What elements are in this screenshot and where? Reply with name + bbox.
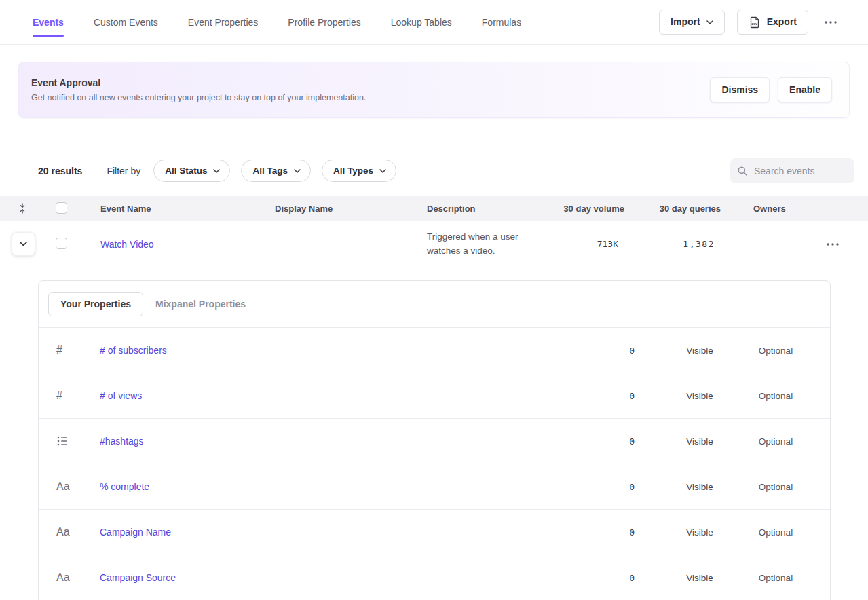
more-horizontal-icon [825, 21, 837, 24]
search-icon [737, 166, 748, 176]
property-type-icon: Aa [39, 481, 100, 493]
more-horizontal-icon [827, 243, 839, 246]
property-count: 0 [580, 527, 662, 538]
property-row: Aa Campaign Source 0 Visible Optional [39, 555, 830, 600]
filter-dropdown-label: All Types [333, 166, 373, 176]
event-queries: 1,382 [624, 239, 721, 249]
chevron-down-icon [706, 20, 713, 24]
nav-tab[interactable]: Events [33, 13, 64, 32]
nav-tab-label: Lookup Tables [391, 17, 452, 28]
import-button-label: Import [671, 16, 700, 28]
more-options-button[interactable] [820, 17, 841, 28]
collapse-all-icon [18, 203, 27, 214]
nav-tab[interactable]: Lookup Tables [391, 13, 452, 32]
banner-actions: Dismiss Enable [710, 77, 832, 102]
column-header-description[interactable]: Description [427, 204, 556, 214]
nav-tab[interactable]: Formulas [482, 13, 521, 32]
event-row[interactable]: Watch Video Triggered when a user watche… [0, 221, 868, 267]
dismiss-button[interactable]: Dismiss [710, 77, 770, 102]
properties-panel: Your Properties Mixpanel Properties # [38, 280, 831, 600]
property-type-icon: Aa [39, 526, 100, 538]
property-row: #hashtags 0 Visible Optional [39, 419, 830, 464]
search-box[interactable] [730, 158, 854, 183]
property-requirement: Optional [738, 345, 814, 356]
export-button[interactable]: csv Export [737, 10, 808, 34]
property-visibility: Visible [662, 345, 738, 356]
event-approval-banner: Event Approval Get notified on all new e… [18, 62, 850, 118]
svg-text:csv: csv [751, 22, 757, 26]
column-header-volume[interactable]: 30 day volume [556, 204, 624, 214]
collapse-all-button[interactable] [16, 202, 29, 215]
event-volume: 713K [556, 239, 624, 249]
property-type-icon: # [39, 344, 100, 356]
chevron-down-icon [213, 169, 220, 173]
list-icon [56, 435, 69, 447]
import-button[interactable]: Import [659, 10, 725, 34]
chevron-down-icon [294, 169, 301, 173]
filter-by-label: Filter by [107, 166, 140, 176]
nav-tab[interactable]: Custom Events [94, 13, 158, 32]
filter-dropdown-label: All Status [165, 166, 207, 176]
column-header-queries[interactable]: 30 day queries [624, 204, 721, 214]
property-name-link[interactable]: # of subscribers [100, 345, 167, 356]
property-name-link[interactable]: #hashtags [100, 436, 144, 447]
filter-dropdown-label: All Tags [252, 166, 288, 176]
property-type-icon: # [39, 390, 100, 402]
nav-tab[interactable]: Profile Properties [288, 13, 360, 32]
banner-text: Event Approval Get notified on all new e… [31, 77, 366, 102]
nav-tabs: Events Custom Events Event Properties Pr… [33, 13, 521, 32]
collapse-row-button[interactable] [12, 232, 35, 256]
filter-dropdown[interactable]: All Types [322, 160, 396, 182]
nav-tab[interactable]: Event Properties [188, 13, 259, 32]
properties-tab[interactable]: Mixpanel Properties [143, 292, 258, 316]
row-more-button[interactable] [823, 239, 843, 250]
export-button-label: Export [767, 16, 797, 28]
property-type-icon [39, 435, 100, 447]
event-description: Triggered when a user watches a video. [427, 230, 542, 259]
property-count: 0 [580, 391, 662, 401]
property-count: 0 [580, 345, 662, 356]
event-name-link[interactable]: Watch Video [100, 239, 154, 250]
chevron-down-icon [20, 242, 27, 246]
search-input[interactable] [754, 166, 848, 176]
property-requirement: Optional [738, 391, 814, 401]
property-visibility: Visible [662, 527, 738, 538]
filter-dropdown[interactable]: All Status [153, 160, 230, 182]
property-requirement: Optional [738, 436, 814, 447]
enable-button[interactable]: Enable [778, 77, 832, 102]
property-name-link[interactable]: Campaign Source [100, 572, 176, 583]
properties-tab-label: Your Properties [60, 299, 131, 310]
properties-tabs: Your Properties Mixpanel Properties [39, 281, 830, 328]
table-header: Event Name Display Name Description 30 d… [0, 196, 868, 221]
property-count: 0 [580, 436, 662, 447]
property-row: # # of subscribers 0 Visible Optional [39, 328, 830, 373]
properties-tab[interactable]: Your Properties [48, 292, 143, 316]
nav-tab-label: Event Properties [188, 17, 259, 28]
property-count: 0 [580, 482, 662, 492]
property-type-icon: Aa [39, 571, 100, 584]
nav-tab-label: Custom Events [94, 17, 158, 28]
property-row: Aa Campaign Name 0 Visible Optional [39, 510, 830, 555]
property-name-link[interactable]: % complete [100, 481, 149, 492]
property-requirement: Optional [738, 527, 814, 538]
results-count: 20 results [38, 166, 82, 176]
filter-dropdown[interactable]: All Tags [241, 160, 311, 182]
nav-tab-label: Formulas [482, 17, 521, 28]
row-checkbox[interactable] [56, 238, 67, 249]
top-nav: Events Custom Events Event Properties Pr… [0, 0, 868, 45]
collapse-all-cell [0, 202, 38, 216]
banner-title: Event Approval [31, 77, 366, 88]
column-header-event-name[interactable]: Event Name [71, 204, 275, 214]
select-all-checkbox[interactable] [56, 202, 67, 214]
property-requirement: Optional [738, 573, 814, 583]
column-header-owners[interactable]: Owners [721, 204, 868, 214]
property-rows: # # of subscribers 0 Visible Optional # [39, 328, 830, 600]
nav-tab-label: Events [33, 17, 64, 28]
property-name-link[interactable]: Campaign Name [100, 527, 171, 538]
properties-tab-label: Mixpanel Properties [155, 299, 246, 310]
property-count: 0 [580, 573, 662, 583]
property-visibility: Visible [662, 482, 738, 492]
property-name-link[interactable]: # of views [100, 390, 142, 401]
column-header-display-name[interactable]: Display Name [275, 204, 427, 214]
nav-tab-label: Profile Properties [288, 17, 360, 28]
